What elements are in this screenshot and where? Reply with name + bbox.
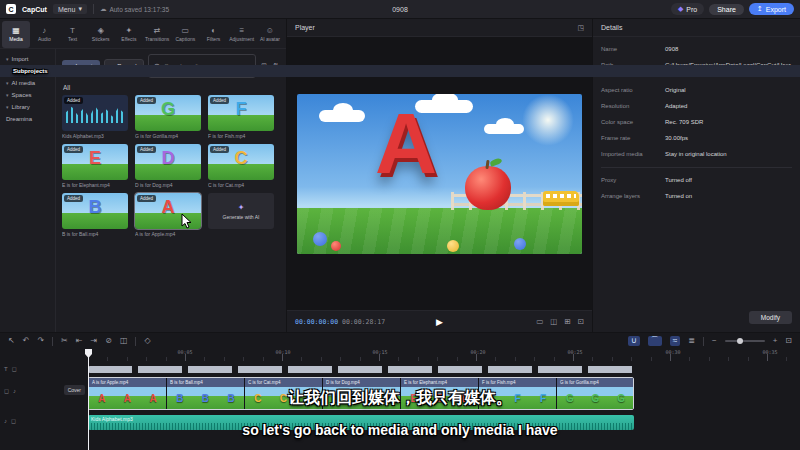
detail-row-color-space: Color spaceRec. 709 SDR	[601, 118, 792, 127]
sidebar-item-spaces[interactable]: ▾Spaces	[0, 89, 55, 101]
added-badge: Added	[137, 195, 156, 202]
fit-timeline-icon[interactable]: ⊡	[785, 337, 792, 345]
sidebar-item-library[interactable]: ▾Library	[0, 101, 55, 113]
detail-row-frame-rate: Frame rate30.00fps	[601, 134, 792, 143]
split-icon[interactable]: ✂	[61, 337, 68, 345]
tab-adjustment[interactable]: ≡Adjustment	[228, 21, 256, 48]
sidebar-item-import[interactable]: ▾Import	[0, 53, 55, 65]
ruler-mark: 00:30	[665, 349, 680, 355]
media-item-f-fish[interactable]: AddedF F is for Fish.mp4	[208, 95, 274, 139]
sparkle-icon: ✦	[238, 203, 245, 212]
zoom-knob[interactable]	[737, 338, 743, 344]
current-time: 00:00:00:00	[295, 318, 338, 326]
tab-effects[interactable]: ✦Effects	[115, 21, 143, 48]
media-item-b-ball[interactable]: AddedB B is for Ball.mp4	[62, 193, 128, 237]
detail-row-arrange-layers: Arrange layersTurned on	[601, 192, 792, 201]
zoom-slider[interactable]	[725, 340, 765, 342]
modify-button[interactable]: Modify	[749, 311, 792, 324]
zoom-in-icon[interactable]: +	[773, 337, 778, 345]
delete-icon[interactable]: ⊘	[105, 337, 112, 345]
fullscreen-icon[interactable]: ⊡	[578, 317, 584, 326]
ratio-icon[interactable]: ▭	[536, 317, 543, 326]
track-height-icon[interactable]: ≣	[688, 337, 695, 345]
transitions-tab-icon: ⇄	[154, 27, 161, 35]
caption-track[interactable]	[88, 366, 634, 373]
keyframe-icon[interactable]: ◇	[144, 337, 150, 345]
sidebar-item-dreamina[interactable]: Dreamina	[0, 113, 55, 125]
ruler-mark: 00:35	[762, 349, 777, 355]
detail-row-aspect-ratio: Aspect ratioOriginal	[601, 86, 792, 95]
app-title: CapCut	[22, 6, 47, 13]
video-preview[interactable]: A	[297, 94, 582, 254]
detail-row-proxy: ProxyTurned off	[601, 176, 792, 185]
tab-filters[interactable]: ◐Filters	[199, 21, 227, 48]
tab-transitions[interactable]: ⇄Transitions	[143, 21, 171, 48]
effects-tab-icon: ✦	[126, 27, 133, 35]
tab-ai-avatar[interactable]: ☺AI avatar	[256, 21, 284, 48]
audio-tab-icon: ♪	[42, 27, 46, 35]
media-item-c-cat[interactable]: AddedC C is for Cat.mp4	[208, 144, 274, 188]
detail-row-imported-media: Imported mediaStay in original location	[601, 150, 792, 159]
chevron-down-icon: ▾	[78, 5, 82, 13]
sidebar-item-ai-media[interactable]: ▾AI media	[0, 77, 55, 89]
mirror-icon[interactable]: ◫	[120, 337, 128, 345]
media-item-e-elephant[interactable]: AddedE E is for Elephant.mp4	[62, 144, 128, 188]
media-item-g-gorilla[interactable]: AddedG G is for Gorilla.mp4	[135, 95, 201, 139]
menu-button[interactable]: Menu▾	[53, 4, 87, 14]
redo-icon[interactable]: ↷	[37, 337, 44, 345]
trim-left-icon[interactable]: ⇤	[76, 337, 83, 345]
timeline-ruler[interactable]: 00:05 00:10 00:15 00:20 00:25 00:30 00:3…	[88, 349, 800, 361]
added-badge: Added	[64, 195, 83, 202]
ruler-mark: 00:05	[177, 349, 192, 355]
snap-toggle-icon[interactable]: ⌒	[648, 336, 662, 346]
grid-icon[interactable]: ⊞	[564, 317, 570, 326]
top-bar: C CapCut Menu▾ ☁Auto saved 13:17:35 0908…	[0, 0, 800, 18]
trim-right-icon[interactable]: ⇥	[91, 337, 98, 345]
divider	[135, 337, 136, 346]
added-badge: Added	[64, 97, 83, 104]
mirror-icon[interactable]: ◫	[550, 317, 557, 326]
pro-button[interactable]: ◆Pro	[671, 3, 704, 15]
zoom-out-icon[interactable]: −	[712, 337, 717, 345]
lock-icon[interactable]: ◻	[12, 365, 17, 372]
tab-captions[interactable]: ▭Captions	[171, 21, 199, 48]
sidebar-item-subprojects[interactable]: Subprojects	[0, 65, 800, 77]
media-item-d-dog[interactable]: AddedD D is for Dog.mp4	[135, 144, 201, 188]
chevron-down-icon: ▾	[6, 92, 9, 98]
generate-with-ai-tile[interactable]: ✦Generate with AI	[208, 193, 274, 237]
tab-audio[interactable]: ♪Audio	[30, 21, 58, 48]
ruler-mark: 00:25	[567, 349, 582, 355]
stickers-tab-icon: ◈	[98, 27, 104, 35]
detail-row-name: Name0908	[601, 45, 792, 54]
text-track-icon: T	[4, 366, 8, 372]
export-button[interactable]: ↥Export	[749, 3, 794, 15]
player-controls: 00:00:00:0000:00:28:17 ▶ ▭ ◫ ⊞ ⊡	[287, 310, 592, 332]
undo-icon[interactable]: ↶	[23, 337, 30, 345]
tab-media[interactable]: ▦Media	[2, 21, 30, 48]
capcut-window: C CapCut Menu▾ ☁Auto saved 13:17:35 0908…	[0, 0, 800, 450]
details-title: Details	[601, 24, 622, 31]
expand-icon[interactable]: ◳	[577, 24, 584, 32]
mouse-cursor	[181, 213, 192, 229]
ruler-mark: 00:20	[470, 349, 485, 355]
ball-graphic	[313, 232, 327, 246]
captions-tab-icon: ▭	[182, 27, 190, 35]
text-tab-icon: T	[70, 27, 75, 35]
added-badge: Added	[64, 146, 83, 153]
divider	[52, 337, 53, 346]
share-button[interactable]: Share	[709, 4, 744, 15]
media-item-kids-alphabet[interactable]: Added Kids Alphabet.mp3	[62, 95, 128, 139]
play-button[interactable]: ▶	[436, 317, 443, 327]
tab-text[interactable]: TText	[58, 21, 86, 48]
tab-stickers[interactable]: ◈Stickers	[87, 21, 115, 48]
cloud-icon: ☁	[100, 5, 107, 13]
link-toggle-icon[interactable]: ≈	[670, 336, 680, 346]
filters-tab-icon: ◐	[211, 27, 216, 35]
magnet-toggle-icon[interactable]: ∪	[628, 336, 640, 346]
media-tab-icon: ▦	[12, 27, 20, 35]
timeline-toolbar: ↖ ↶ ↷ ✂ ⇤ ⇥ ⊘ ◫ ◇ ∪ ⌒ ≈ ≣ − + ⊡	[0, 333, 800, 349]
added-badge: Added	[137, 97, 156, 104]
export-icon: ↥	[757, 5, 763, 13]
section-label: All	[63, 84, 280, 91]
select-tool-icon[interactable]: ↖	[8, 337, 15, 345]
